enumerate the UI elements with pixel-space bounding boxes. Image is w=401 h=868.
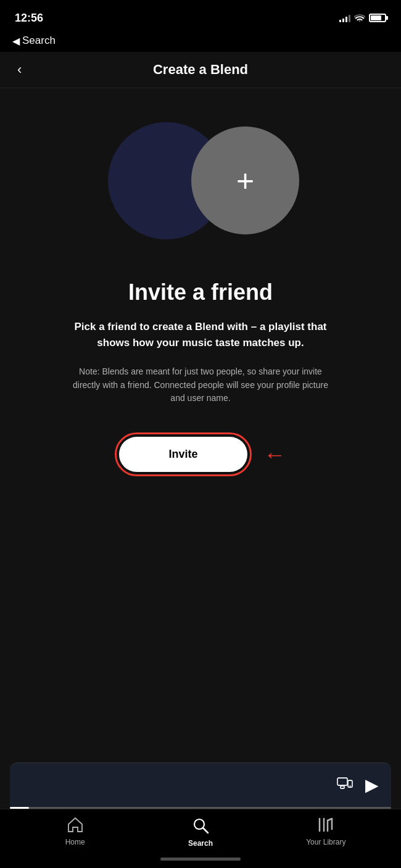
page-title: Create a Blend (153, 62, 248, 78)
invite-note: Note: Blends are meant for just two peop… (65, 365, 336, 405)
home-icon (67, 817, 84, 835)
battery-icon (369, 14, 386, 22)
home-bar (160, 858, 241, 861)
back-label: Search (22, 35, 56, 47)
arrow-pointing-left-icon: ← (264, 444, 286, 466)
status-icons (339, 14, 386, 22)
plus-icon: + (236, 165, 254, 196)
connect-device-icon[interactable] (337, 777, 353, 793)
back-arrow-icon: ‹ (17, 62, 22, 77)
svg-rect-0 (337, 778, 347, 785)
status-bar: 12:56 (0, 0, 401, 32)
back-nav: ◀ Search (0, 32, 401, 52)
back-button[interactable]: ‹ (12, 59, 27, 80)
now-playing-bar: ▶ (10, 763, 391, 807)
status-time: 12:56 (15, 12, 43, 25)
signal-icon (339, 14, 350, 22)
search-icon (192, 817, 209, 837)
nav-item-search[interactable]: Search (176, 817, 225, 848)
home-indicator (0, 853, 401, 868)
back-chevron-icon: ◀ (12, 35, 20, 47)
page-header: ‹ Create a Blend (0, 52, 401, 88)
bottom-navigation: Home Search Your Library (0, 809, 401, 853)
nav-item-library[interactable]: Your Library (301, 817, 350, 846)
nav-label-search: Search (188, 839, 213, 848)
svg-line-5 (203, 828, 208, 833)
invite-title: Invite a friend (128, 279, 273, 305)
invite-description: Pick a friend to create a Blend with – a… (68, 319, 333, 350)
wifi-icon (354, 14, 365, 22)
main-content: + Invite a friend Pick a friend to creat… (0, 88, 401, 763)
blend-circles-illustration: + (96, 113, 305, 249)
invite-button-highlight: Invite (115, 432, 251, 476)
nav-label-home: Home (65, 838, 85, 846)
back-nav-text[interactable]: ◀ Search (12, 35, 56, 47)
invite-button[interactable]: Invite (119, 437, 247, 472)
svg-rect-1 (341, 786, 344, 788)
play-button[interactable]: ▶ (365, 775, 379, 795)
nav-item-home[interactable]: Home (51, 817, 100, 846)
svg-point-3 (350, 785, 351, 787)
invite-button-container: Invite ← (115, 432, 286, 476)
circle-right: + (191, 126, 299, 234)
library-icon (317, 817, 334, 835)
nav-label-library: Your Library (306, 838, 345, 846)
